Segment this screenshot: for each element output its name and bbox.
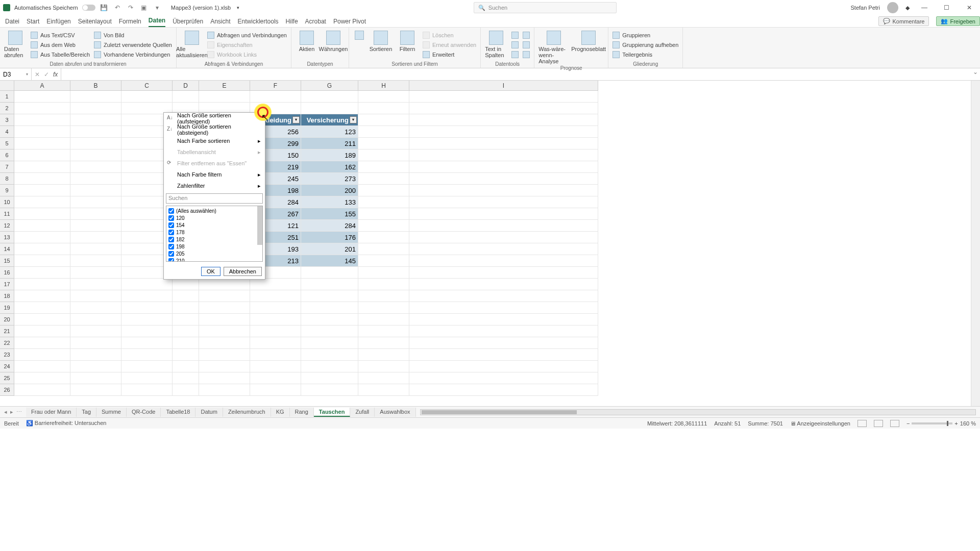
cell[interactable] bbox=[199, 314, 250, 325]
ungroup-button[interactable]: Gruppierung aufheben bbox=[612, 40, 678, 49]
cell[interactable] bbox=[70, 243, 121, 255]
cell[interactable] bbox=[358, 149, 409, 161]
sheet-first-icon[interactable]: ◂ bbox=[4, 409, 7, 415]
cell[interactable] bbox=[14, 91, 70, 103]
cell[interactable]: 176 bbox=[301, 232, 358, 243]
cell[interactable] bbox=[301, 267, 358, 279]
cell[interactable] bbox=[358, 290, 409, 302]
cell[interactable] bbox=[70, 349, 121, 361]
filter-dropdown-icon[interactable]: ▾ bbox=[292, 116, 300, 123]
cell[interactable] bbox=[250, 349, 301, 361]
cell[interactable] bbox=[358, 161, 409, 173]
cell[interactable] bbox=[409, 302, 598, 314]
col-header[interactable]: C bbox=[121, 81, 173, 91]
cell[interactable] bbox=[358, 349, 409, 361]
group-button[interactable]: Gruppieren bbox=[612, 31, 678, 39]
sheet-tab[interactable]: Datum bbox=[195, 408, 223, 417]
cell[interactable] bbox=[409, 337, 598, 349]
cell[interactable] bbox=[301, 302, 358, 314]
cell[interactable] bbox=[14, 337, 70, 349]
cell[interactable] bbox=[250, 290, 301, 302]
row-header[interactable]: 5 bbox=[0, 138, 14, 149]
cell[interactable] bbox=[358, 279, 409, 290]
undo-icon[interactable]: ↶ bbox=[113, 3, 122, 12]
cell[interactable] bbox=[409, 196, 598, 208]
maximize-button[interactable]: ☐ bbox=[939, 4, 954, 11]
row-header[interactable]: 10 bbox=[0, 196, 14, 208]
flash-fill[interactable] bbox=[511, 31, 519, 39]
share-button[interactable]: 👥 Freigeben bbox=[936, 16, 980, 26]
cell[interactable] bbox=[70, 267, 121, 279]
cell[interactable] bbox=[70, 372, 121, 384]
row-header[interactable]: 19 bbox=[0, 302, 14, 314]
cell[interactable] bbox=[409, 349, 598, 361]
autosave-toggle[interactable] bbox=[82, 5, 95, 11]
cell[interactable] bbox=[121, 302, 173, 314]
cell[interactable] bbox=[14, 384, 70, 396]
cell[interactable] bbox=[409, 361, 598, 372]
cell[interactable] bbox=[250, 302, 301, 314]
subtotal-button[interactable]: Teilergebnis bbox=[612, 50, 678, 59]
accessibility-check[interactable]: ♿ Barrierefreiheit: Untersuchen bbox=[26, 420, 107, 427]
cell[interactable] bbox=[70, 103, 121, 114]
cell[interactable] bbox=[409, 325, 598, 337]
select-all-checkbox[interactable] bbox=[168, 208, 174, 214]
row-header[interactable]: 23 bbox=[0, 349, 14, 361]
cell[interactable] bbox=[409, 173, 598, 185]
cell[interactable] bbox=[409, 232, 598, 243]
cell[interactable] bbox=[409, 91, 598, 103]
sheet-tab[interactable]: Summe bbox=[96, 408, 127, 417]
tab-daten[interactable]: Daten bbox=[149, 17, 165, 27]
cell[interactable] bbox=[121, 91, 173, 103]
row-header[interactable]: 22 bbox=[0, 337, 14, 349]
cell[interactable] bbox=[199, 325, 250, 337]
cell[interactable] bbox=[358, 267, 409, 279]
filter-value-checkbox[interactable] bbox=[168, 237, 174, 242]
display-settings[interactable]: 🖥 Anzeigeeinstellungen bbox=[790, 420, 850, 427]
tab-seitenlayout[interactable]: Seitenlayout bbox=[78, 18, 112, 27]
fx-icon[interactable]: fx bbox=[53, 71, 58, 78]
cell[interactable] bbox=[70, 314, 121, 325]
cell[interactable] bbox=[409, 114, 598, 126]
row-header[interactable]: 12 bbox=[0, 220, 14, 232]
from-web[interactable]: Aus dem Web bbox=[31, 40, 90, 49]
cell[interactable] bbox=[14, 149, 70, 161]
cell[interactable]: 145 bbox=[301, 255, 358, 267]
row-header[interactable]: 24 bbox=[0, 361, 14, 372]
sort-descending[interactable]: Z↓Nach Größe sortieren (absteigend) bbox=[164, 124, 265, 135]
cell[interactable]: Versicherung▾ bbox=[301, 114, 358, 126]
cell[interactable] bbox=[173, 290, 199, 302]
filter-dropdown-icon[interactable]: ▾ bbox=[350, 116, 357, 123]
cell[interactable] bbox=[409, 220, 598, 232]
cell[interactable] bbox=[199, 290, 250, 302]
cell[interactable] bbox=[358, 220, 409, 232]
cell[interactable] bbox=[70, 208, 121, 220]
row-header[interactable]: 26 bbox=[0, 384, 14, 396]
from-table[interactable]: Aus Tabelle/Bereich bbox=[31, 50, 90, 59]
cell[interactable] bbox=[409, 255, 598, 267]
col-header[interactable]: B bbox=[70, 81, 121, 91]
cell[interactable]: 273 bbox=[301, 173, 358, 185]
cell[interactable] bbox=[70, 255, 121, 267]
cell[interactable] bbox=[14, 279, 70, 290]
qat-more-icon[interactable]: ▾ bbox=[153, 3, 162, 12]
cell[interactable] bbox=[14, 349, 70, 361]
cell[interactable] bbox=[70, 279, 121, 290]
cell[interactable]: 211 bbox=[301, 138, 358, 149]
cell[interactable] bbox=[409, 185, 598, 196]
sheet-tab[interactable]: Rang bbox=[290, 408, 314, 417]
forecast-button[interactable]: Prognoseblatt bbox=[573, 29, 604, 52]
cell[interactable] bbox=[70, 161, 121, 173]
cell[interactable] bbox=[14, 208, 70, 220]
data-val[interactable] bbox=[511, 50, 519, 59]
cell[interactable]: 162 bbox=[301, 161, 358, 173]
cell[interactable] bbox=[173, 302, 199, 314]
formula-input[interactable] bbox=[61, 68, 971, 80]
cell[interactable] bbox=[199, 302, 250, 314]
filter-value-list[interactable]: (Alles auswählen) 1201541781821982052102… bbox=[166, 206, 263, 262]
cell[interactable] bbox=[409, 208, 598, 220]
row-header[interactable]: 16 bbox=[0, 267, 14, 279]
cell[interactable] bbox=[409, 384, 598, 396]
cell[interactable] bbox=[121, 325, 173, 337]
tab-entwicklertools[interactable]: Entwicklertools bbox=[238, 18, 279, 27]
